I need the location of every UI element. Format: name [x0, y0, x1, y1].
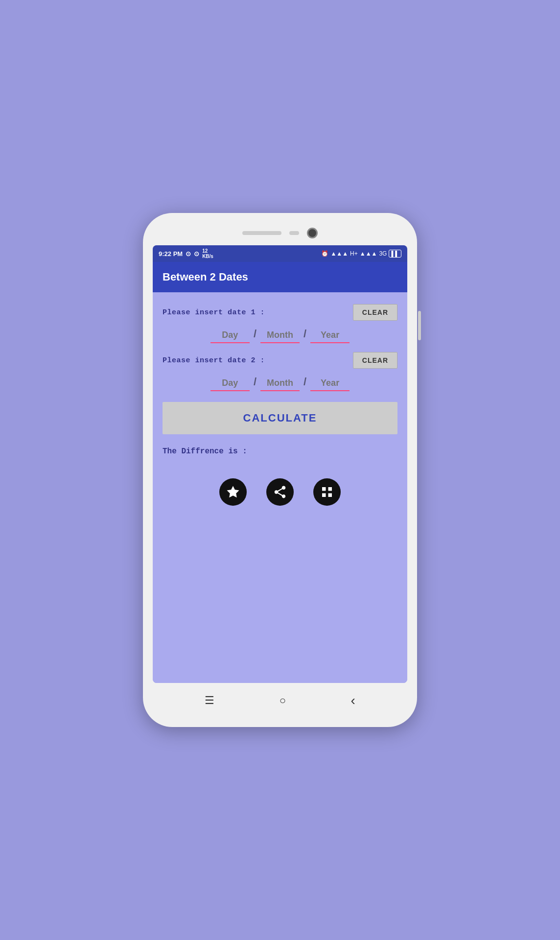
kb-icon: 12KB/s — [202, 248, 213, 259]
menu-button[interactable]: ☰ — [200, 692, 219, 709]
back-button[interactable]: ‹ — [346, 691, 360, 710]
date2-day-input[interactable] — [210, 376, 250, 391]
date1-section: Please insert date 1 : CLEAR / / — [163, 304, 397, 343]
sensor — [289, 231, 299, 235]
date2-label: Please insert date 2 : — [163, 356, 265, 365]
date1-clear-button[interactable]: CLEAR — [353, 304, 397, 321]
bottom-nav-bar: ☰ ○ ‹ — [153, 683, 407, 717]
time-display: 9:22 PM — [159, 250, 183, 258]
data-icon: ⊙ — [194, 250, 199, 258]
signal2-icon: ▲▲▲ — [360, 250, 377, 257]
speaker — [242, 231, 281, 235]
star-button[interactable] — [219, 478, 247, 506]
date1-inputs: / / — [163, 328, 397, 343]
star-icon — [226, 485, 240, 499]
separator2a: / — [250, 376, 260, 391]
app-content: Please insert date 1 : CLEAR / / — [153, 292, 407, 683]
phone-screen: 9:22 PM ⊙ ⊙ 12KB/s ⏰ ▲▲▲ H+ ▲▲▲ 3G ▌▌ Be… — [153, 245, 407, 683]
network-label: 3G — [379, 250, 387, 257]
status-left: 9:22 PM ⊙ ⊙ 12KB/s — [159, 248, 213, 259]
date2-month-input[interactable] — [260, 376, 300, 391]
result-label: The Diffrence is : — [163, 447, 247, 456]
date1-day-input[interactable] — [210, 328, 250, 343]
app-title: Between 2 Dates — [163, 271, 248, 283]
share-button[interactable] — [266, 478, 294, 506]
status-right: ⏰ ▲▲▲ H+ ▲▲▲ 3G ▌▌ — [321, 250, 401, 258]
grid-icon — [320, 485, 334, 499]
date2-clear-button[interactable]: CLEAR — [353, 352, 397, 369]
result-section: The Diffrence is : — [163, 443, 397, 460]
wifi-icon: ⊙ — [186, 250, 191, 258]
date2-header: Please insert date 2 : CLEAR — [163, 352, 397, 369]
camera — [307, 228, 318, 238]
phone-frame: 9:22 PM ⊙ ⊙ 12KB/s ⏰ ▲▲▲ H+ ▲▲▲ 3G ▌▌ Be… — [143, 213, 417, 727]
date2-section: Please insert date 2 : CLEAR / / — [163, 352, 397, 391]
date2-year-input[interactable] — [310, 376, 350, 391]
date2-inputs: / / — [163, 376, 397, 391]
separator1b: / — [300, 328, 310, 343]
separator1a: / — [250, 328, 260, 343]
date2-day-field — [210, 376, 250, 391]
grid-button[interactable] — [313, 478, 341, 506]
date1-month-input[interactable] — [260, 328, 300, 343]
date2-month-field — [260, 376, 300, 391]
home-button[interactable]: ○ — [275, 692, 291, 709]
share-icon — [273, 485, 287, 499]
battery-icon: ▌▌ — [389, 250, 401, 258]
calculate-button[interactable]: CALCULATE — [163, 402, 397, 434]
bottom-icons — [163, 469, 397, 511]
date1-month-field — [260, 328, 300, 343]
status-bar: 9:22 PM ⊙ ⊙ 12KB/s ⏰ ▲▲▲ H+ ▲▲▲ 3G ▌▌ — [153, 245, 407, 262]
app-header: Between 2 Dates — [153, 262, 407, 292]
hplus-label: H+ — [350, 250, 358, 257]
date1-header: Please insert date 1 : CLEAR — [163, 304, 397, 321]
side-button — [418, 311, 421, 340]
date1-year-input[interactable] — [310, 328, 350, 343]
date1-label: Please insert date 1 : — [163, 308, 265, 317]
separator2b: / — [300, 376, 310, 391]
date1-year-field — [310, 328, 350, 343]
signal-icon: ▲▲▲ — [330, 250, 348, 257]
alarm-icon: ⏰ — [321, 250, 328, 257]
date1-day-field — [210, 328, 250, 343]
date2-year-field — [310, 376, 350, 391]
phone-top-hardware — [153, 223, 407, 245]
